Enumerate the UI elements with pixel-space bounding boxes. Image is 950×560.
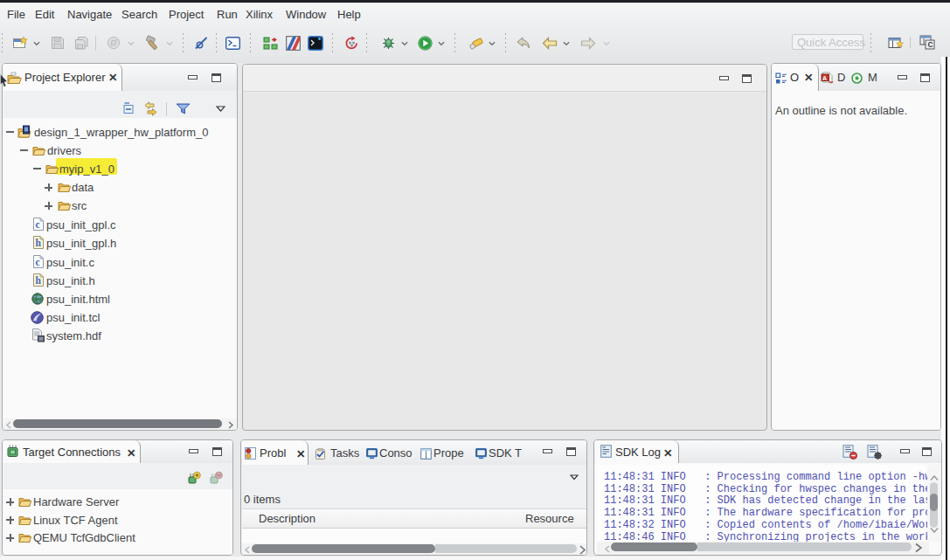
- svg-text:C: C: [927, 40, 933, 49]
- svg-text:h: h: [35, 238, 41, 248]
- svg-text:A: A: [822, 75, 827, 81]
- svg-text:c: c: [36, 257, 40, 267]
- svg-text:c: c: [36, 219, 40, 230]
- svg-text:h: h: [35, 275, 41, 286]
